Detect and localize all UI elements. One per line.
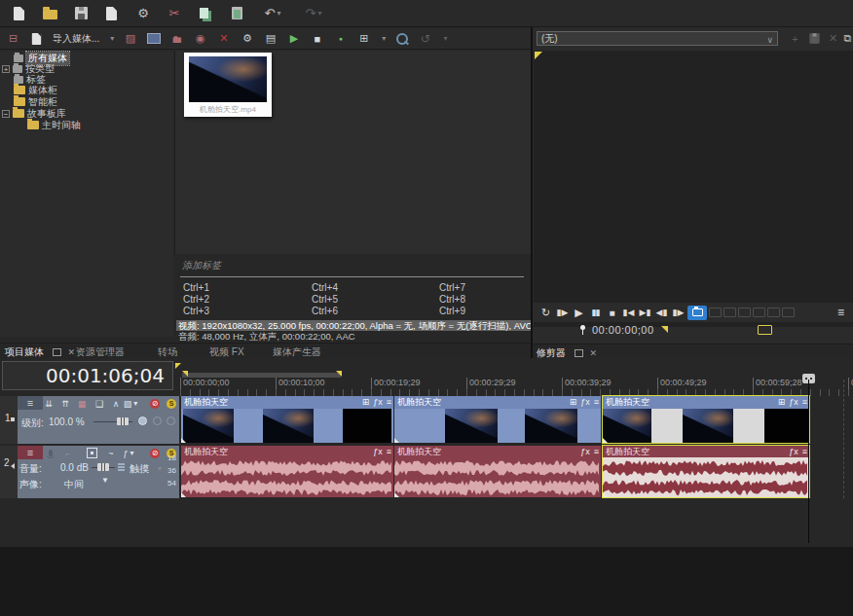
envelope-button[interactable]: ~ bbox=[105, 448, 117, 458]
volume-slider-handle[interactable] bbox=[97, 463, 109, 471]
track-fx-button[interactable]: ∧ bbox=[110, 398, 122, 409]
track-restore-button[interactable]: ⇈ bbox=[59, 398, 71, 409]
new-project-button[interactable] bbox=[10, 5, 27, 22]
tree-item-storyboard-bins[interactable]: − 故事板库 bbox=[2, 108, 66, 119]
track-motion-button[interactable] bbox=[86, 448, 97, 458]
go-to-end-button[interactable]: ▶▮ bbox=[638, 306, 652, 320]
loop-region-icon[interactable] bbox=[758, 325, 772, 335]
media-fx-icon[interactable]: ▤ bbox=[263, 31, 278, 46]
pause-button[interactable]: ▮▮ bbox=[588, 306, 603, 320]
audio-event-2[interactable]: 机舱拍天空 ƒx≡ bbox=[394, 446, 601, 497]
events-area[interactable]: 机舱拍天空 ⊞ƒx≡ 机舱拍天空 ⊞ƒx≡ 机舱拍天空 ⊞ƒx≡ 机舱拍天空 bbox=[180, 396, 853, 523]
marker-triangle-icon[interactable] bbox=[661, 326, 668, 333]
event-fx-icon[interactable]: ƒx bbox=[580, 396, 590, 409]
stop-button[interactable]: ■ bbox=[605, 306, 619, 320]
close-icon[interactable]: ✕ bbox=[68, 347, 76, 357]
view-mode-chevron-icon[interactable]: ▾ bbox=[382, 34, 386, 43]
auto-preview-icon[interactable]: ● bbox=[333, 31, 348, 46]
audio-event-1[interactable]: 机舱拍天空 ƒx≡ bbox=[181, 446, 393, 497]
marquee-select-icon[interactable]: ▨ bbox=[123, 31, 137, 46]
tag-input[interactable]: 添加标签 bbox=[176, 256, 530, 273]
solo-button[interactable]: S bbox=[166, 398, 177, 409]
video-track-header[interactable]: 1 ≡ ⇊ ⇈ ▦ ❑ ∧ ▧▾ ⊘ S 级别: 100.0 % bbox=[0, 396, 179, 444]
transport-menu-button[interactable]: ≡ bbox=[834, 306, 848, 320]
capture-video-icon[interactable] bbox=[146, 31, 161, 46]
go-to-start-button[interactable]: ▮◀ bbox=[621, 306, 636, 320]
event-fx-icon[interactable]: ƒx bbox=[789, 446, 798, 457]
play-button[interactable]: ▶ bbox=[572, 306, 586, 320]
pan-crop-icon[interactable]: ⊞ bbox=[778, 396, 786, 409]
tab-media-generators[interactable]: 媒体产生器 bbox=[273, 345, 321, 359]
paste-button[interactable] bbox=[228, 5, 245, 22]
tree-item-main-timeline[interactable]: 主时间轴 bbox=[27, 120, 81, 130]
tree-item-media-bins[interactable]: 媒体柜 bbox=[14, 85, 57, 95]
event-menu-icon[interactable]: ≡ bbox=[802, 396, 807, 409]
loop-playback-button[interactable]: ↻ bbox=[538, 306, 553, 320]
import-chevron-icon[interactable]: ▾ bbox=[110, 34, 114, 43]
timeline-ruler[interactable]: 00:00:00;00 00:00:10;00 00:00:19;29 00:0… bbox=[180, 362, 853, 396]
get-media-from-device-icon[interactable]: 🖿 bbox=[169, 31, 184, 46]
zoom-tool-icon[interactable] bbox=[394, 31, 409, 46]
import-media-button[interactable]: 导入媒体... bbox=[53, 32, 99, 46]
event-fx-icon[interactable]: ƒx bbox=[373, 396, 383, 409]
view-mode-icon[interactable]: ⊞ bbox=[356, 31, 371, 46]
media-bins-icon[interactable]: ⊟ bbox=[6, 31, 20, 46]
compositing-mode-button[interactable]: ▧▾ bbox=[125, 398, 136, 409]
preview-stop-icon[interactable]: ■ bbox=[310, 31, 324, 46]
loop-end-marker[interactable] bbox=[336, 371, 342, 377]
copy-button[interactable] bbox=[197, 5, 214, 22]
project-properties-button[interactable]: ⚙ bbox=[134, 5, 152, 22]
import-media-icon[interactable] bbox=[29, 31, 44, 46]
video-event-3-selected[interactable]: 机舱拍天空 ⊞ƒx≡ bbox=[603, 396, 809, 443]
event-menu-icon[interactable]: ≡ bbox=[594, 396, 599, 409]
create-subclip-button[interactable] bbox=[687, 306, 707, 320]
remove-media-icon[interactable]: ✕ bbox=[216, 31, 231, 46]
event-fx-icon[interactable]: ƒx bbox=[373, 446, 383, 457]
video-event-1[interactable]: 机舱拍天空 ⊞ƒx≡ bbox=[181, 396, 393, 443]
render-as-button[interactable]: ▸ bbox=[103, 5, 121, 22]
track-drag-handle[interactable]: ≡ bbox=[18, 396, 43, 410]
save-project-button[interactable] bbox=[72, 5, 90, 22]
audio-event-3-selected[interactable]: 机舱拍天空 ƒx≡ bbox=[603, 446, 809, 497]
previous-frame-button[interactable]: ◀▮ bbox=[654, 306, 669, 320]
mute-button[interactable]: ⊘ bbox=[149, 448, 161, 458]
extract-audio-icon[interactable]: ◉ bbox=[193, 31, 207, 46]
audio-track-header[interactable]: 2 ≡ ⌐ ~ ƒ▾ ⊘ S 音量: 0.0 dB 触摸 ▾ 声像: 中间 ▼ … bbox=[0, 446, 179, 498]
event-menu-icon[interactable]: ≡ bbox=[594, 446, 599, 457]
pan-chevron-icon[interactable]: ▼ bbox=[101, 476, 109, 485]
tab-project-media[interactable]: 项目媒体 ✕ bbox=[5, 345, 75, 359]
playhead-line[interactable] bbox=[808, 380, 809, 543]
preview-play-icon[interactable]: ▶ bbox=[286, 31, 301, 46]
expand-plus-icon[interactable]: + bbox=[2, 65, 10, 73]
marker-pin-icon[interactable] bbox=[580, 325, 585, 330]
float-window-icon[interactable] bbox=[575, 349, 583, 357]
automation-mode-value[interactable]: 触摸 bbox=[130, 462, 149, 476]
undo-chevron-icon[interactable]: ▾ bbox=[277, 9, 280, 18]
media-file-card[interactable]: 机舱拍天空.mp4 bbox=[184, 53, 272, 117]
trimmer-preview[interactable] bbox=[534, 51, 853, 327]
undo-button[interactable]: ↶▾ bbox=[259, 5, 286, 22]
next-frame-button[interactable]: ▮▶ bbox=[671, 306, 686, 320]
event-menu-icon[interactable]: ≡ bbox=[802, 446, 807, 457]
cut-button[interactable]: ✂ bbox=[166, 5, 183, 22]
media-properties-icon[interactable]: ⚙ bbox=[240, 31, 254, 46]
event-menu-icon[interactable]: ≡ bbox=[387, 446, 391, 457]
float-window-icon[interactable] bbox=[53, 348, 61, 356]
input-monitor-button[interactable]: ⌐ bbox=[62, 448, 74, 458]
tab-transitions[interactable]: 转场 bbox=[158, 345, 177, 359]
mute-button[interactable]: ⊘ bbox=[149, 398, 161, 409]
video-event-2[interactable]: 机舱拍天空 ⊞ƒx≡ bbox=[394, 396, 601, 443]
tab-explorer[interactable]: 资源管理器 bbox=[76, 345, 125, 359]
pan-value[interactable]: 中间 bbox=[64, 478, 84, 491]
open-project-button[interactable] bbox=[41, 5, 58, 22]
automation-settings-button[interactable] bbox=[138, 417, 147, 425]
automation-mode-icon[interactable] bbox=[115, 461, 127, 472]
play-from-start-button[interactable]: ▮▶ bbox=[555, 306, 570, 320]
trimmer-timecode[interactable]: 00:00:00;00 bbox=[592, 324, 654, 336]
track-fx-button[interactable]: ƒ▾ bbox=[123, 448, 134, 458]
track-minimize-button[interactable]: ⇊ bbox=[43, 398, 55, 409]
automation-chevron-icon[interactable]: ▾ bbox=[158, 464, 162, 473]
level-slider-handle[interactable] bbox=[117, 417, 129, 425]
track-motion-button[interactable]: ❑ bbox=[93, 398, 105, 409]
collapse-minus-icon[interactable]: − bbox=[2, 110, 10, 118]
